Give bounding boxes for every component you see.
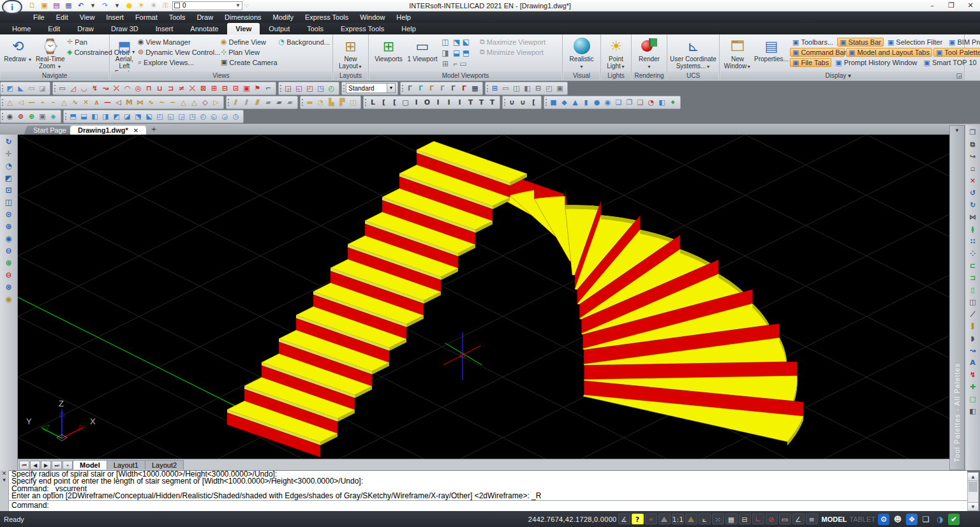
ribbon-tab-tools[interactable]: Tools — [299, 23, 332, 34]
zoom-previous-icon[interactable]: ◩ — [3, 172, 15, 184]
plusminus-icon[interactable]: ≠ — [176, 83, 187, 94]
zoom-realtime-icon[interactable]: ◔ — [3, 160, 15, 172]
pipe-icon[interactable]: ⌐ — [263, 83, 274, 94]
solid-sphere-icon[interactable]: ● — [591, 97, 602, 108]
vp-named-icon[interactable]: ⬕ — [463, 38, 470, 47]
profile-O-icon[interactable]: O — [422, 97, 433, 108]
redo-dropdown-icon[interactable]: ▾ — [112, 1, 122, 10]
cube-left-icon[interactable]: ◧ — [89, 111, 100, 122]
new-file-icon[interactable]: 🗋 — [27, 1, 38, 10]
tablet-toggle[interactable]: TABLET — [849, 516, 875, 523]
profile-box-icon[interactable]: ▢ — [400, 97, 411, 108]
undo-dropdown-icon[interactable]: ▾ — [87, 1, 98, 10]
application-button[interactable]: i — [2, 0, 24, 14]
toggle-toolbars[interactable]: ▣Toolbars... — [790, 38, 836, 47]
command-input-line[interactable]: Command: — [9, 500, 967, 509]
dots-icon[interactable]: ⁙ — [712, 514, 724, 524]
solid-box-icon[interactable]: ■ — [548, 97, 559, 108]
layout-nav-0[interactable]: ⏮ — [19, 461, 29, 470]
ribbon-tab-edit[interactable]: Edit — [40, 23, 68, 34]
polyline-icon[interactable]: ◡ — [78, 83, 89, 94]
fillet-icon[interactable]: ◗ — [967, 333, 979, 344]
layout-nav-2[interactable]: ▶ — [41, 461, 51, 470]
vp-quad-icon[interactable]: ⊞ — [489, 83, 500, 94]
qat-overflow-icon[interactable]: ⸪ — [244, 2, 248, 10]
new-file-tab-button[interactable]: + — [151, 124, 156, 135]
roof5-icon[interactable]: – — [48, 97, 59, 108]
attach-icon[interactable]: ◧ — [967, 406, 979, 417]
user-icon[interactable]: ☻ — [892, 514, 903, 525]
roof11-icon[interactable]: ◁ — [113, 97, 124, 108]
one-viewport-button[interactable]: ▭ 1 Viewport — [407, 36, 438, 63]
constrained-orbit-button[interactable]: ◈Constrained Orbit▼ — [67, 48, 107, 56]
roof19-icon[interactable]: ◇ — [200, 97, 211, 108]
define-view-button[interactable]: ◉Define View — [221, 38, 278, 46]
ribbon-tab-home[interactable]: Home — [4, 23, 39, 34]
cube-top-icon[interactable]: ⬒ — [68, 111, 78, 122]
ribbon-tab-view[interactable]: View — [227, 23, 260, 34]
layout-nav-1[interactable]: ◀ — [30, 461, 40, 470]
ribbon-tab-express-tools[interactable]: Express Tools — [332, 23, 392, 34]
vp-rect-icon[interactable]: ▭ — [459, 59, 466, 68]
box-e-icon[interactable]: ▣ — [241, 83, 252, 94]
stair-run-icon[interactable]: ▛ — [337, 97, 348, 108]
scroll-up-icon[interactable]: ▲ — [968, 473, 978, 481]
menu-draw[interactable]: Draw — [191, 11, 218, 23]
box3d-icon[interactable]: ◫ — [967, 297, 979, 308]
extract-edges-icon[interactable]: ⌖ — [667, 97, 678, 108]
rebar3-icon[interactable]: ⫻ — [252, 97, 263, 108]
save-icon[interactable]: ▤ — [51, 1, 62, 10]
point-light-button[interactable]: ☀ Point Light▼ — [604, 36, 628, 70]
windows-icon[interactable]: ❏ — [920, 514, 932, 525]
roof16-icon[interactable]: − — [167, 97, 178, 108]
drawing-viewport[interactable]: ZYX — [18, 135, 949, 459]
profile-I4-icon[interactable]: I — [454, 97, 465, 108]
cube-iso2-icon[interactable]: ◱ — [165, 111, 176, 122]
coordinate-readout[interactable]: 2442.7674,42.1728,0.0000 — [528, 516, 617, 523]
ribbon-tab-help[interactable]: Help — [393, 23, 424, 34]
tool-palettes-bar[interactable]: ▼ Tool Palettes - All Palettes — [949, 125, 965, 470]
ucs-button[interactable]: ⊾ User Coordinate Systems...▼ — [670, 36, 716, 70]
wall-blue-icon[interactable]: ◩ — [4, 83, 15, 94]
plan-view-button[interactable]: ⊹Plan View — [221, 48, 278, 56]
intersect-icon[interactable]: ❑ — [635, 97, 646, 108]
snap-icon[interactable]: ⊟ — [739, 514, 751, 524]
explode-icon[interactable]: ↯ — [967, 369, 979, 380]
zoom-center-icon[interactable]: ◉ — [3, 233, 15, 244]
menu-help[interactable]: Help — [391, 11, 416, 23]
rect-draw-icon[interactable]: ▭ — [57, 83, 68, 94]
cube-round1-icon[interactable]: ◴ — [198, 111, 209, 122]
toggle-tool-palettes[interactable]: ▣Tool Palettes — [933, 48, 980, 57]
toggle-file-tabs[interactable]: ▣File Tabs — [790, 58, 831, 67]
trim-icon[interactable]: ⊐ — [967, 272, 979, 283]
explode-add-icon[interactable]: ✚ — [967, 382, 979, 392]
union-icon[interactable]: ❏ — [613, 97, 624, 108]
settings-gear-icon[interactable]: ⚙ — [878, 514, 889, 525]
cube-se-icon[interactable]: ⬕ — [144, 111, 154, 122]
profile-U2-icon[interactable]: ∪ — [517, 97, 528, 108]
roof6-icon[interactable]: △ — [59, 97, 70, 108]
command-scrollbar[interactable]: ▲ ▼ — [967, 472, 979, 511]
roof18-icon[interactable]: △ — [189, 97, 200, 108]
roof8-icon[interactable]: ✕ — [80, 97, 91, 108]
text-edit-icon[interactable]: A — [967, 357, 979, 368]
break-icon[interactable]: ⤬ — [187, 83, 198, 94]
rebar1-icon[interactable]: ⫽ — [230, 97, 241, 108]
redraw-icon[interactable]: ↻ — [3, 136, 15, 147]
crosshair-icon[interactable]: ⌖ — [645, 514, 657, 524]
roof9-icon[interactable]: ∧ — [91, 97, 102, 108]
polar-icon[interactable]: ⊘ — [766, 514, 778, 524]
cube-round4-icon[interactable]: ◷ — [230, 111, 241, 122]
roof3-icon[interactable]: — — [26, 97, 37, 108]
render-button[interactable]: Render▼ — [634, 36, 664, 70]
ribbon-tab-draw-3d[interactable]: Draw 3D — [103, 23, 147, 34]
zoom-window-icon[interactable]: ⊡ — [3, 184, 15, 196]
stair-sec2-icon[interactable]: Γ — [415, 83, 426, 94]
explore-views-button[interactable]: ⌕Explore Views... — [138, 58, 219, 66]
solid-pyramid-icon[interactable]: ◆ — [559, 97, 570, 108]
toggle-prompt-history-window[interactable]: ▣Prompt History Window — [833, 58, 919, 67]
menu-express-tools[interactable]: Express Tools — [300, 11, 353, 23]
file-tab-close-icon[interactable]: ✕ — [133, 127, 138, 134]
eye-icon[interactable]: ◉ — [4, 111, 15, 122]
realtime-zoom-button[interactable]: ⌚ Real-Time Zoom ▼ — [35, 36, 66, 70]
